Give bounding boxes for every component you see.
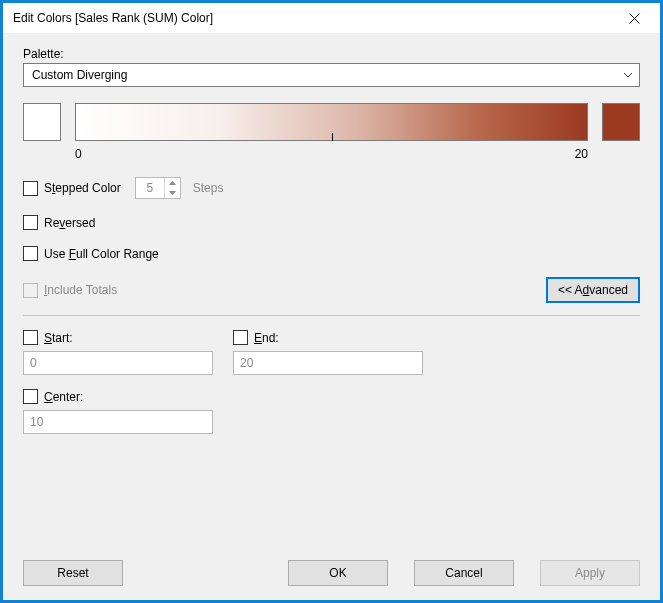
start-checkbox[interactable] <box>23 330 38 345</box>
reversed-row: Reversed <box>23 215 640 230</box>
stepped-color-row: Stepped Color 5 Steps <box>23 177 640 199</box>
steps-suffix-label: Steps <box>193 181 224 195</box>
center-label: Center: <box>44 390 83 404</box>
start-value: 0 <box>30 356 37 370</box>
dialog-title: Edit Colors [Sales Rank (SUM) Color] <box>13 11 213 25</box>
palette-value: Custom Diverging <box>32 68 127 82</box>
dialog-button-row: Reset OK Cancel Apply <box>23 560 640 586</box>
end-checkbox[interactable] <box>233 330 248 345</box>
palette-label: Palette: <box>23 47 640 61</box>
include-totals-label: Include Totals <box>44 283 117 297</box>
steps-value: 5 <box>136 178 164 198</box>
full-range-row: Use Full Color Range <box>23 246 640 261</box>
start-row: Start: <box>23 330 213 345</box>
ok-button[interactable]: OK <box>288 560 388 586</box>
color-ramp-row <box>23 103 640 141</box>
reset-button[interactable]: Reset <box>23 560 123 586</box>
center-input[interactable]: 10 <box>23 410 213 434</box>
start-input[interactable]: 0 <box>23 351 213 375</box>
end-row: End: <box>233 330 423 345</box>
end-label: End: <box>254 331 279 345</box>
advanced-separator <box>23 315 640 316</box>
end-color-swatch[interactable] <box>602 103 640 141</box>
range-labels: 0 20 <box>23 147 640 161</box>
cancel-button[interactable]: Cancel <box>414 560 514 586</box>
include-totals-checkbox <box>23 283 38 298</box>
close-button[interactable] <box>614 5 654 31</box>
ramp-center-tick <box>332 133 333 141</box>
include-totals-row: Include Totals <box>23 283 117 298</box>
reversed-label: Reversed <box>44 216 95 230</box>
center-checkbox[interactable] <box>23 389 38 404</box>
advanced-button[interactable]: << Advanced <box>546 277 640 303</box>
edit-colors-dialog: Edit Colors [Sales Rank (SUM) Color] Pal… <box>0 0 663 603</box>
advanced-button-label: << Advanced <box>558 283 628 297</box>
apply-button: Apply <box>540 560 640 586</box>
center-row: Center: <box>23 389 640 404</box>
dialog-body: Palette: Custom Diverging 0 20 Stepped C… <box>3 33 660 600</box>
start-label: Start: <box>44 331 73 345</box>
stepped-color-checkbox[interactable] <box>23 181 38 196</box>
stepped-color-label: Stepped Color <box>44 181 121 195</box>
titlebar: Edit Colors [Sales Rank (SUM) Color] <box>3 3 660 33</box>
range-min-label: 0 <box>75 147 82 161</box>
color-ramp[interactable] <box>75 103 588 141</box>
svg-marker-2 <box>169 181 176 185</box>
end-input[interactable]: 20 <box>233 351 423 375</box>
steps-spinner[interactable]: 5 <box>135 177 181 199</box>
steps-up-button[interactable] <box>165 178 180 188</box>
full-range-label: Use Full Color Range <box>44 247 159 261</box>
range-max-label: 20 <box>575 147 588 161</box>
close-icon <box>629 13 640 24</box>
full-range-checkbox[interactable] <box>23 246 38 261</box>
chevron-down-icon <box>623 70 633 80</box>
palette-select[interactable]: Custom Diverging <box>23 63 640 87</box>
reversed-checkbox[interactable] <box>23 215 38 230</box>
steps-down-button[interactable] <box>165 188 180 198</box>
svg-marker-3 <box>169 191 176 195</box>
center-value: 10 <box>30 415 43 429</box>
end-value: 20 <box>240 356 253 370</box>
start-color-swatch[interactable] <box>23 103 61 141</box>
